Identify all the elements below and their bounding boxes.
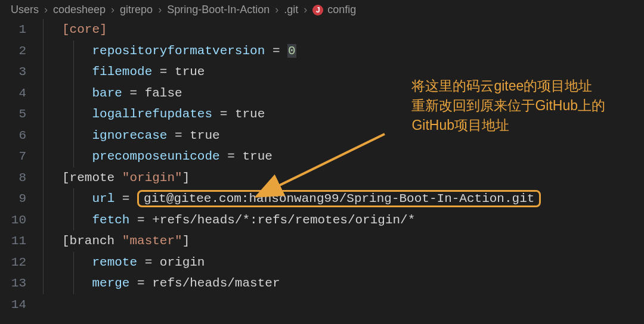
- breadcrumb-item[interactable]: gitrepo: [120, 4, 153, 16]
- annotation-line: GitHub项目地址: [411, 116, 605, 135]
- line-number: 11: [0, 230, 26, 252]
- code-editor[interactable]: 1 2 3 4 5 6 7 8 9 10 11 12 13 14 [core] …: [0, 19, 644, 315]
- code-line: [core]: [43, 19, 644, 40]
- code-line: precomposeunicode = true: [43, 146, 644, 167]
- code-line: merge = refs/heads/master: [43, 273, 644, 294]
- code-line: remote = origin: [43, 252, 644, 273]
- line-number: 10: [0, 210, 26, 231]
- code-line: repositoryformatversion = 0: [43, 40, 644, 62]
- line-number: 13: [0, 273, 26, 294]
- line-number: 1: [0, 19, 26, 40]
- line-number: 4: [0, 83, 26, 104]
- file-type-icon: J: [312, 5, 323, 15]
- line-number: 5: [0, 104, 26, 125]
- line-number: 9: [0, 188, 26, 210]
- line-number: 12: [0, 252, 26, 273]
- chevron-right-icon: ›: [304, 4, 307, 16]
- line-number-gutter: 1 2 3 4 5 6 7 8 9 10 11 12 13 14: [0, 19, 43, 315]
- breadcrumb-item[interactable]: .git: [284, 4, 298, 16]
- breadcrumb: Users › codesheep › gitrepo › Spring-Boo…: [0, 0, 644, 19]
- line-number: 14: [0, 294, 26, 316]
- breadcrumb-item[interactable]: codesheep: [53, 4, 106, 16]
- chevron-right-icon: ›: [275, 4, 278, 16]
- annotation-line: 将这里的码云gitee的项目地址: [411, 76, 605, 96]
- line-number: 7: [0, 146, 26, 167]
- line-number: 6: [0, 125, 26, 147]
- chevron-right-icon: ›: [44, 4, 48, 16]
- annotation-line: 重新改回到原来位于GitHub上的: [411, 96, 605, 116]
- line-number: 3: [0, 61, 26, 83]
- code-content[interactable]: [core] repositoryformatversion = 0 filem…: [43, 19, 644, 315]
- breadcrumb-item[interactable]: Spring-Boot-In-Action: [167, 4, 270, 16]
- code-line: [remote "origin"]: [43, 167, 644, 189]
- breadcrumb-item[interactable]: config: [327, 4, 356, 16]
- chevron-right-icon: ›: [111, 4, 114, 16]
- code-line: fetch = +refs/heads/*:refs/remotes/origi…: [43, 210, 644, 231]
- code-line: url = git@gitee.com:hansonwang99/Spring-…: [43, 188, 644, 210]
- line-number: 8: [0, 167, 26, 189]
- annotation-callout: 将这里的码云gitee的项目地址 重新改回到原来位于GitHub上的 GitHu…: [411, 76, 605, 135]
- highlighted-url: git@gitee.com:hansonwang99/Spring-Boot-I…: [137, 190, 541, 207]
- line-number: 2: [0, 40, 26, 62]
- code-line: [branch "master"]: [43, 230, 644, 252]
- chevron-right-icon: ›: [158, 4, 162, 16]
- breadcrumb-item[interactable]: Users: [11, 4, 39, 16]
